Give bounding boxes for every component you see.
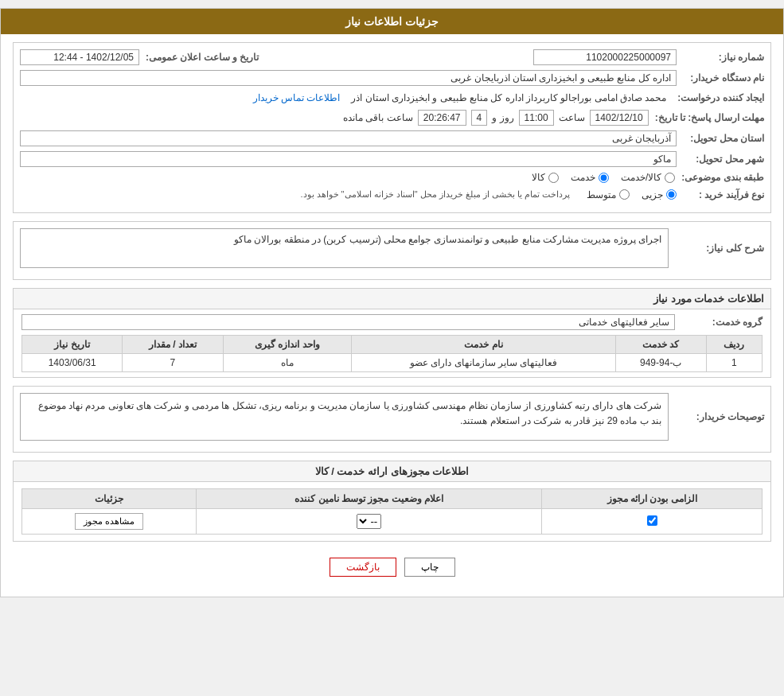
nooe-label: نوع فرآیند خرید : <box>677 189 764 200</box>
mohlat-label: مهلت ارسال پاسخ: تا تاریخ: <box>649 112 764 123</box>
tabaqe-label: طبقه بندی موضوعی: <box>675 172 764 183</box>
shahr-value: ماکو <box>20 151 677 167</box>
row-tabaqe: طبقه بندی موضوعی: کالا/خدمت خدمت کالا <box>20 172 764 183</box>
row-ijad: ایجاد کننده درخواست: محمد صادق امامی بور… <box>20 91 764 105</box>
bottom-buttons: چاپ بازگشت <box>13 550 771 589</box>
page-container: جزئیات اطلاعات نیاز شماره نیاز: 11020002… <box>0 8 784 597</box>
tarikh-label: تاریخ و ساعت اعلان عمومی: <box>139 52 259 63</box>
khadamat-title: اطلاعات خدمات مورد نیاز <box>14 289 770 309</box>
nooe-note: پرداخت تمام یا بخشی از مبلغ خریداز محل "… <box>295 188 575 201</box>
main-info-section: شماره نیاز: 1102000225000097 تاریخ و ساع… <box>13 42 771 213</box>
mojavez-col-ejlam: اعلام وضعیت مجوز توسط نامین کننده <box>197 489 542 509</box>
radio-kala-label: کالا <box>532 172 545 183</box>
radio-motovaset: متوسط <box>587 189 630 200</box>
col-vahed: واحد اندازه گیری <box>223 336 352 354</box>
saat-label: ساعت <box>559 112 585 123</box>
tosif-section: توصیحات خریدار: شرکت های دارای رتبه کشاو… <box>13 386 771 453</box>
mojavez-header-row: الزامی بودن ارائه مجوز اعلام وضعیت مجوز … <box>22 489 763 509</box>
elzami-checkbox[interactable] <box>647 515 657 526</box>
gorooh-row: گروه خدمت: سایر فعالیتهای خدماتی <box>21 314 763 330</box>
mojavez-table: الزامی بودن ارائه مجوز اعلام وضعیت مجوز … <box>21 488 763 535</box>
mohlat-baqi: 20:26:47 <box>418 110 466 126</box>
row-mohlat: مهلت ارسال پاسخ: تا تاریخ: 1402/12/10 سا… <box>20 110 764 126</box>
radio-jozii: جزیی <box>642 189 677 200</box>
ejlam-select[interactable]: -- <box>357 514 381 529</box>
col-tedad: تعداد / مقدار <box>123 336 223 354</box>
content-area: شماره نیاز: 1102000225000097 تاریخ و ساع… <box>1 34 783 597</box>
ijad-value: محمد صادق امامی بوراجالو کاربرداز اداره … <box>346 91 671 105</box>
mojavez-table-row: --مشاهده مجوز <box>22 509 763 535</box>
shomara-value: 1102000225000097 <box>533 49 677 65</box>
radio-motovaset-label: متوسط <box>587 189 616 200</box>
back-button[interactable]: بازگشت <box>330 558 396 577</box>
service-table: ردیف کد خدمت نام خدمت واحد اندازه گیری ت… <box>21 335 763 372</box>
tabaqe-radio-group: کالا/خدمت خدمت کالا <box>532 172 675 183</box>
nooe-radio-group: جزیی متوسط پرداخت تمام یا بخشی از مبلغ خ… <box>295 188 677 201</box>
shomara-label: شماره نیاز: <box>677 52 764 63</box>
mohlat-saat: 11:00 <box>519 110 554 126</box>
view-mojavez-button[interactable]: مشاهده مجوز <box>75 513 143 530</box>
col-nam: نام خدمت <box>352 336 616 354</box>
gorooh-value: سایر فعالیتهای خدماتی <box>21 314 675 330</box>
mohlat-rooz: 4 <box>471 110 488 126</box>
khadamat-section: اطلاعات خدمات مورد نیاز گروه خدمت: سایر … <box>13 288 771 378</box>
shahr-label: شهر محل تحویل: <box>677 154 764 165</box>
page-header: جزئیات اطلاعات نیاز <box>1 9 783 34</box>
ostan-value: آذربایجان غربی <box>20 130 677 146</box>
gorooh-label: گروه خدمت: <box>675 317 763 328</box>
radio-jozii-input[interactable] <box>666 189 677 200</box>
nam-dastgah-value: اداره کل منابع طبیعی و ابخیزداری استان ا… <box>20 70 677 86</box>
radio-kala-input[interactable] <box>548 173 559 183</box>
radio-kala: کالا <box>532 172 559 183</box>
baqi-label: ساعت باقی مانده <box>343 112 413 123</box>
col-tarikh: تاریخ نیاز <box>22 336 123 354</box>
ijad-link[interactable]: اطلاعات تماس خریدار <box>253 92 341 103</box>
radio-kala-khedmat-input[interactable] <box>665 173 675 183</box>
nam-dastgah-label: نام دستگاه خریدار: <box>677 72 764 84</box>
radio-motovaset-input[interactable] <box>619 189 630 200</box>
radio-khedmat-label: خدمت <box>571 172 595 183</box>
tosif-row: توصیحات خریدار: شرکت های دارای رتبه کشاو… <box>20 393 764 441</box>
page-title: جزئیات اطلاعات نیاز <box>345 15 439 28</box>
sharh-row: شرح کلی نیاز: اجرای پروژه مدیریت مشارکت … <box>20 228 764 268</box>
row-shahr: شهر محل تحویل: ماکو <box>20 151 764 167</box>
col-radif: ردیف <box>706 336 762 354</box>
rooz-label: روز و <box>492 112 513 123</box>
radio-khedmat: خدمت <box>571 172 609 183</box>
mohlat-date: 1402/12/10 <box>590 110 649 126</box>
mojavez-title: اطلاعات مجوزهای ارائه خدمت / کالا <box>14 461 770 482</box>
tosif-label: توصیحات خریدار: <box>669 411 764 422</box>
table-header-row: ردیف کد خدمت نام خدمت واحد اندازه گیری ت… <box>22 336 763 354</box>
radio-kala-khedmat: کالا/خدمت <box>621 172 675 183</box>
ijad-label: ایجاد کننده درخواست: <box>671 92 764 103</box>
mojavez-col-elzami: الزامی بودن ارائه مجوز <box>542 489 763 509</box>
sharh-label: شرح کلی نیاز: <box>669 243 764 254</box>
row-shomara: شماره نیاز: 1102000225000097 تاریخ و ساع… <box>20 49 764 65</box>
radio-kala-khedmat-label: کالا/خدمت <box>621 172 661 183</box>
radio-jozii-label: جزیی <box>642 189 663 200</box>
row-ostan: استان محل تحویل: آذربایجان غربی <box>20 130 764 146</box>
mojavez-col-joziyat: جزئیات <box>22 489 197 509</box>
sharh-section: شرح کلی نیاز: اجرای پروژه مدیریت مشارکت … <box>13 221 771 280</box>
row-nam-dastgah: نام دستگاه خریدار: اداره کل منابع طبیعی … <box>20 70 764 86</box>
col-kod: کد خدمت <box>615 336 706 354</box>
row-nooe: نوع فرآیند خرید : جزیی متوسط پرداخت تمام… <box>20 188 764 201</box>
tarikh-value: 1402/12/05 - 12:44 <box>20 49 139 65</box>
mohlat-date-row: 1402/12/10 ساعت 11:00 روز و 4 20:26:47 س… <box>343 110 649 126</box>
table-row: 1ب-94-949فعالیتهای سایر سازمانهای دارای … <box>22 354 763 372</box>
radio-khedmat-input[interactable] <box>599 173 609 183</box>
print-button[interactable]: چاپ <box>404 558 455 577</box>
sharh-content: اجرای پروژه مدیریت مشارکت منابع طبیعی و … <box>20 228 669 268</box>
tosif-content: شرکت های دارای رتبه کشاورزی از سازمان نظ… <box>20 393 669 441</box>
ostan-label: استان محل تحویل: <box>677 133 764 144</box>
mojavez-section: اطلاعات مجوزهای ارائه خدمت / کالا الزامی… <box>13 461 771 542</box>
